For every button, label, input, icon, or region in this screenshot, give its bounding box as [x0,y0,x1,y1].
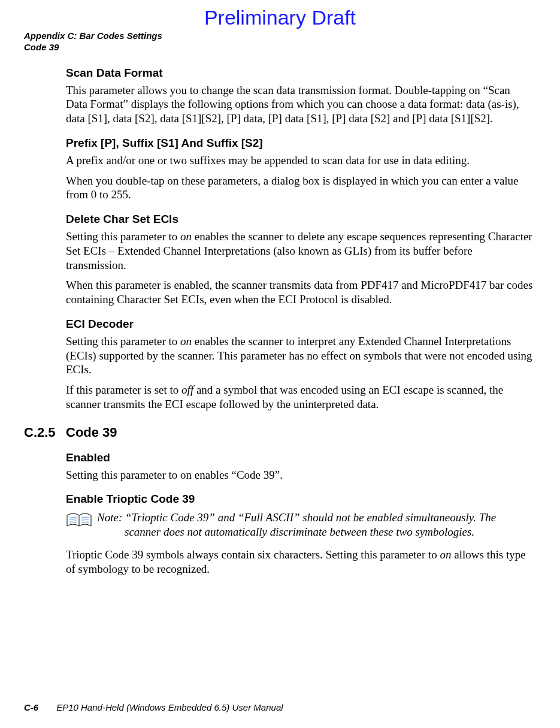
text-segment: If this parameter is set to [66,383,181,396]
heading-delete-ecis: Delete Char Set ECIs [66,213,533,226]
italic-off: off [181,383,193,396]
para-trioptic-1: Trioptic Code 39 symbols always contain … [66,548,533,576]
heading-eci-decoder: ECI Decoder [66,318,533,331]
para-prefix-suffix-2: When you double-tap on these parameters,… [66,174,533,203]
watermark-banner: Preliminary Draft [24,6,536,29]
heading-trioptic: Enable Trioptic Code 39 [66,493,533,506]
note-body-line-1: “Trioptic Code 39” and “Full ASCII” shou… [125,511,496,524]
italic-on: on [180,335,192,348]
para-delete-ecis-1: Setting this parameter to on enables the… [66,229,533,272]
para-eci-decoder-1: Setting this parameter to on enables the… [66,334,533,377]
note-block: Note: “Trioptic Code 39” and “Full ASCII… [66,510,533,539]
body-content: Scan Data Format This parameter allows y… [66,67,533,576]
text-segment: Setting this parameter to [66,335,180,348]
section-title-code39: Code 39 [66,425,117,440]
italic-on: on [440,548,452,561]
italic-on: on [180,230,192,243]
header-line-2: Code 39 [24,42,536,53]
heading-scan-data-format: Scan Data Format [66,67,533,80]
heading-prefix-suffix: Prefix [P], Suffix [S1] And Suffix [S2] [66,137,533,150]
note-body-line-2: scanner does not automatically discrimin… [97,525,496,539]
para-enabled-1: Setting this parameter to on enables “Co… [66,468,533,482]
manual-title: EP10 Hand-Held (Windows Embedded 6.5) Us… [56,702,283,712]
note-label: Note: [97,511,122,524]
para-scan-data-format-1: This parameter allows you to change the … [66,83,533,126]
page-number: C-6 [24,702,38,712]
heading-enabled: Enabled [66,451,533,464]
note-text: Note: “Trioptic Code 39” and “Full ASCII… [97,510,496,539]
page-footer: C-6 EP10 Hand-Held (Windows Embedded 6.5… [24,702,283,712]
text-segment: Trioptic Code 39 symbols always contain … [66,548,440,561]
para-delete-ecis-2: When this parameter is enabled, the scan… [66,278,533,307]
para-prefix-suffix-1: A prefix and/or one or two suffixes may … [66,153,533,168]
open-book-icon [66,512,92,530]
running-header: Appendix C: Bar Codes Settings Code 39 [24,31,536,53]
page: Preliminary Draft Appendix C: Bar Codes … [0,0,560,728]
section-number: C.2.5 [24,425,66,440]
para-eci-decoder-2: If this parameter is set to off and a sy… [66,383,533,412]
header-line-1: Appendix C: Bar Codes Settings [24,31,536,42]
text-segment: Setting this parameter to [66,230,180,243]
section-heading-row: C.2.5 Code 39 [24,425,533,440]
